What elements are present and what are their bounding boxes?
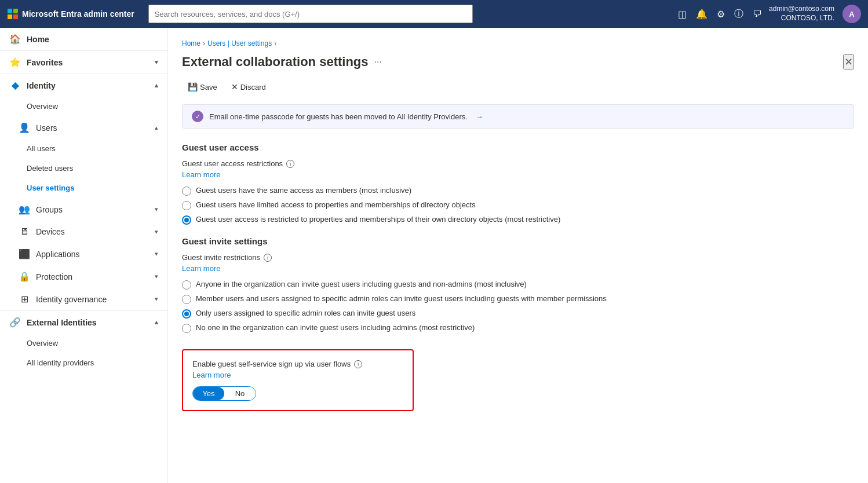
guest-invite-option-2[interactable]: Only users assigned to specific admin ro… <box>182 309 854 319</box>
info-banner: ✓ Email one-time passcode for guests has… <box>182 104 854 129</box>
sidebar-sub-overview[interactable]: Overview <box>0 97 167 116</box>
sidebar-item-groups[interactable]: 👥 Groups ▾ <box>0 198 167 221</box>
learn-more-3[interactable]: Learn more <box>192 371 231 379</box>
save-icon: 💾 <box>188 82 198 92</box>
breadcrumb: Home › Users | User settings › <box>182 39 854 47</box>
brand: Microsoft Entra admin center <box>7 8 134 20</box>
guest-invite-restrictions-label: Guest invite restrictions i <box>182 253 854 262</box>
sidebar-sub-ext-overview[interactable]: Overview <box>0 334 167 353</box>
info-check-icon: ✓ <box>192 111 203 122</box>
protection-icon: 🔒 <box>19 271 30 282</box>
guest-invite-option-3[interactable]: No one in the organization can invite gu… <box>182 323 854 333</box>
toggle-yes[interactable]: Yes <box>193 387 224 400</box>
settings-icon[interactable]: ⚙ <box>714 6 727 22</box>
guest-access-option-1[interactable]: Guest users have limited access to prope… <box>182 200 854 210</box>
sidebar-item-devices[interactable]: 🖥 Devices ▾ <box>0 221 167 243</box>
external-chevron-up-icon: ▴ <box>155 319 158 326</box>
guest-access-option-0[interactable]: Guest users have the same access as memb… <box>182 186 854 196</box>
chevron-up-icon: ▴ <box>155 82 158 89</box>
chevron-down-icon: ▾ <box>155 58 158 66</box>
svg-rect-2 <box>8 14 12 19</box>
external-identities-icon: 🔗 <box>9 317 21 328</box>
protection-chevron-icon: ▾ <box>155 273 158 280</box>
breadcrumb-sep1: › <box>203 39 205 47</box>
guest-access-radio-group: Guest users have the same access as memb… <box>182 186 854 225</box>
radio-circle-0 <box>182 186 191 196</box>
applications-icon: ⬛ <box>19 248 30 259</box>
applications-chevron-icon: ▾ <box>155 250 158 258</box>
guest-invite-info-icon[interactable]: i <box>264 254 272 262</box>
discard-button[interactable]: ✕ Discard <box>225 79 272 95</box>
yes-no-toggle[interactable]: Yes No <box>192 386 256 401</box>
invite-radio-0 <box>182 280 191 290</box>
sidebar-item-protection[interactable]: 🔒 Protection ▾ <box>0 265 167 288</box>
self-service-section: Enable guest self-service sign up via us… <box>182 349 414 411</box>
self-service-info-icon[interactable]: i <box>354 360 362 368</box>
guest-invite-title: Guest invite settings <box>182 236 854 246</box>
guest-invite-section: Guest invite settings Guest invite restr… <box>182 236 854 333</box>
sidebar-item-identity-governance[interactable]: ⊞ Identity governance ▾ <box>0 288 167 310</box>
guest-invite-option-0[interactable]: Anyone in the organization can invite gu… <box>182 280 854 290</box>
guest-access-section: Guest user access Guest user access rest… <box>182 142 854 225</box>
governance-icon: ⊞ <box>19 294 30 305</box>
topbar-icons: ◫ 🔔 ⚙ ⓘ 🗩 admin@contoso.com CONTOSO, LTD… <box>676 5 861 23</box>
avatar[interactable]: A <box>843 5 861 23</box>
sidebar-item-applications[interactable]: ⬛ Applications ▾ <box>0 243 167 265</box>
guest-access-option-2[interactable]: Guest user access is restricted to prope… <box>182 215 854 225</box>
search-input[interactable] <box>148 5 473 23</box>
identity-icon: ◆ <box>9 80 21 91</box>
guest-access-title: Guest user access <box>182 142 854 152</box>
breadcrumb-home[interactable]: Home <box>182 39 200 47</box>
self-service-label: Enable guest self-service sign up via us… <box>192 360 403 368</box>
breadcrumb-parent[interactable]: Users | User settings <box>207 39 272 47</box>
brand-icon <box>7 8 19 20</box>
user-info: admin@contoso.com CONTOSO, LTD. <box>769 5 834 23</box>
users-icon: 👤 <box>19 122 30 133</box>
sidebar-item-external-identities[interactable]: 🔗 External Identities ▴ <box>0 310 167 334</box>
svg-rect-1 <box>13 9 18 13</box>
users-chevron-up-icon: ▴ <box>155 124 158 131</box>
sidebar-item-users[interactable]: 👤 Users ▴ <box>0 116 167 139</box>
home-icon: 🏠 <box>9 34 21 45</box>
groups-icon: 👥 <box>19 204 30 215</box>
save-button[interactable]: 💾 Save <box>182 79 223 95</box>
portal-icon[interactable]: ◫ <box>676 6 689 22</box>
sidebar-sub-deleted-users[interactable]: Deleted users <box>0 159 167 178</box>
guest-invite-radio-group: Anyone in the organization can invite gu… <box>182 280 854 333</box>
info-banner-link[interactable]: → <box>476 112 483 121</box>
learn-more-2[interactable]: Learn more <box>182 264 220 273</box>
sidebar-sub-all-identity-providers[interactable]: All identity providers <box>0 353 167 373</box>
breadcrumb-sep2: › <box>274 39 276 47</box>
close-button[interactable]: ✕ <box>843 54 854 69</box>
toggle-no[interactable]: No <box>224 387 256 400</box>
sidebar-item-home[interactable]: 🏠 Home <box>0 28 167 50</box>
svg-rect-0 <box>8 9 12 13</box>
guest-invite-option-1[interactable]: Member users and users assigned to speci… <box>182 294 854 304</box>
notifications-icon[interactable]: 🔔 <box>694 6 710 22</box>
page-title: External collaboration settings <box>182 54 369 69</box>
learn-more-1[interactable]: Learn more <box>182 170 220 179</box>
svg-rect-3 <box>13 14 18 19</box>
page-title-row: External collaboration settings ··· ✕ <box>182 54 854 69</box>
governance-chevron-icon: ▾ <box>155 295 158 303</box>
radio-circle-1 <box>182 201 191 210</box>
guest-access-info-icon[interactable]: i <box>286 160 294 168</box>
more-options-icon[interactable]: ··· <box>374 57 382 67</box>
feedback-icon[interactable]: 🗩 <box>750 6 764 21</box>
sidebar-item-favorites[interactable]: ⭐ Favorites ▾ <box>0 50 167 74</box>
help-icon[interactable]: ⓘ <box>732 6 746 23</box>
devices-chevron-icon: ▾ <box>155 228 158 236</box>
groups-chevron-icon: ▾ <box>155 206 158 213</box>
radio-circle-2 <box>182 215 191 225</box>
search-box[interactable] <box>148 5 473 23</box>
invite-radio-3 <box>182 324 191 333</box>
sidebar-item-identity[interactable]: ◆ Identity ▴ <box>0 74 167 97</box>
toolbar: 💾 Save ✕ Discard <box>182 79 854 95</box>
invite-radio-2 <box>182 309 191 319</box>
topbar: Microsoft Entra admin center ◫ 🔔 ⚙ ⓘ 🗩 a… <box>0 0 868 28</box>
invite-radio-1 <box>182 295 191 304</box>
devices-icon: 🖥 <box>19 226 30 237</box>
sidebar-sub-all-users[interactable]: All users <box>0 139 167 159</box>
sidebar-sub-user-settings[interactable]: User settings <box>0 178 167 198</box>
discard-icon: ✕ <box>231 82 238 92</box>
